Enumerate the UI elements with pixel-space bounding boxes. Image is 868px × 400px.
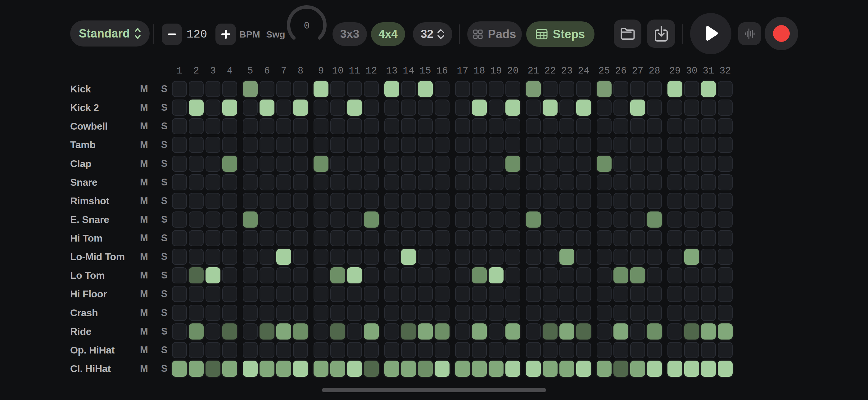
svg-text:0: 0 xyxy=(304,20,310,32)
